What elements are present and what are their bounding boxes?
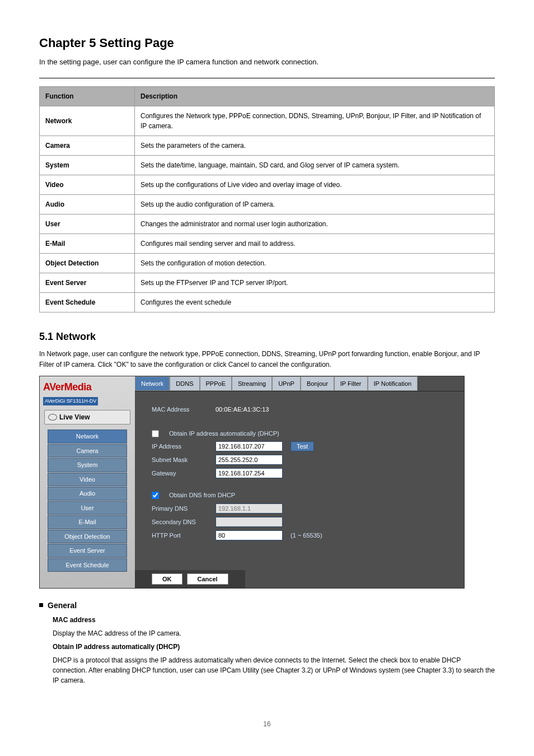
secondary-dns-label: Secondary DNS [152, 517, 208, 527]
mac-sub-desc: Display the MAC address of the IP camera… [53, 628, 495, 638]
live-view-button[interactable]: Live View [44, 410, 130, 424]
dhcp-checkbox[interactable] [152, 430, 159, 437]
table-row: VideoSets up the configurations of Live … [40, 175, 495, 194]
bullet-icon [39, 603, 43, 607]
fn-cell: Network [40, 106, 135, 136]
primary-dns-label: Primary DNS [152, 504, 208, 514]
ss-sidebar: AVerMedia AVerDiGi SF1311H-DV Live View … [40, 376, 135, 588]
brand-model: AVerDiGi SF1311H-DV [43, 397, 98, 406]
sidebar-item-email[interactable]: E-Mail [48, 515, 127, 529]
sidebar-item-user[interactable]: User [48, 501, 127, 515]
mac-address-value: 00:0E:AE:A1:3C:13 [216, 405, 269, 414]
subnet-mask-input[interactable] [216, 455, 283, 465]
desc-cell: Configures the event schedule [135, 292, 495, 312]
function-table: Function Description NetworkConfigures t… [39, 86, 495, 312]
http-port-range: (1 ~ 65535) [291, 531, 322, 540]
section-network-intro: In Network page, user can configure the … [39, 349, 495, 370]
http-port-label: HTTP Port [152, 531, 208, 540]
desc-cell: Sets the date/time, language, maintain, … [135, 155, 495, 175]
desc-cell: Sets the configuration of motion detecti… [135, 253, 495, 273]
http-port-input[interactable] [216, 530, 283, 540]
table-row: Event ScheduleConfigures the event sched… [40, 292, 495, 312]
section-network-heading: 5.1 Network [39, 329, 495, 344]
tab-ip-filter[interactable]: IP Filter [334, 376, 368, 391]
sidebar-item-object-detection[interactable]: Object Detection [48, 530, 127, 544]
test-button[interactable]: Test [291, 441, 314, 451]
dhcp-checkbox-label: Obtain IP address automatically (DHCP) [169, 429, 279, 438]
gateway-label: Gateway [152, 469, 208, 478]
desc-cell: Sets up the audio configuration of IP ca… [135, 194, 495, 214]
fn-cell: Event Server [40, 273, 135, 292]
fn-cell: Object Detection [40, 253, 135, 273]
tab-streaming[interactable]: Streaming [232, 376, 272, 391]
table-row: UserChanges the administrator and normal… [40, 214, 495, 234]
fn-cell: Camera [40, 136, 135, 155]
page-number: 16 [39, 719, 495, 729]
table-row: AudioSets up the audio configuration of … [40, 194, 495, 214]
sidebar-item-system[interactable]: System [48, 458, 127, 472]
tab-bonjour[interactable]: Bonjour [301, 376, 334, 391]
table-row: Object DetectionSets the configuration o… [40, 253, 495, 273]
sidebar-item-event-schedule[interactable]: Event Schedule [48, 558, 127, 572]
mac-address-label: MAC Address [152, 405, 208, 414]
table-head-function: Function [40, 86, 135, 106]
fn-cell: User [40, 214, 135, 234]
subnet-mask-label: Subnet Mask [152, 455, 208, 465]
secondary-dns-input [216, 517, 283, 527]
fn-cell: System [40, 155, 135, 175]
chapter-subtitle: In the setting page, user can configure … [39, 57, 495, 68]
tab-ip-notification[interactable]: IP Notification [368, 376, 418, 391]
brand-logo: AVerMedia [43, 380, 132, 395]
ip-address-label: IP Address [152, 442, 208, 451]
dhcp-sub-desc: DHCP is a protocol that assigns the IP a… [53, 655, 495, 685]
table-row: CameraSets the parameters of the camera. [40, 136, 495, 155]
fn-cell: Audio [40, 194, 135, 214]
desc-cell: Configures the Network type, PPPoE conne… [135, 106, 495, 136]
network-screenshot: AVerMedia AVerDiGi SF1311H-DV Live View … [39, 376, 465, 589]
live-view-label: Live View [59, 412, 90, 422]
desc-cell: Sets the parameters of the camera. [135, 136, 495, 155]
table-row: NetworkConfigures the Network type, PPPo… [40, 106, 495, 136]
tab-ddns[interactable]: DDNS [170, 376, 199, 391]
table-row: Event ServerSets up the FTPserver IP and… [40, 273, 495, 292]
fn-cell: E-Mail [40, 234, 135, 253]
cancel-button[interactable]: Cancel [187, 573, 228, 585]
divider [39, 78, 495, 78]
table-row: SystemSets the date/time, language, main… [40, 155, 495, 175]
tab-pppoe[interactable]: PPPoE [200, 376, 232, 391]
desc-cell: Sets up the configurations of Live video… [135, 175, 495, 194]
tab-upnp[interactable]: UPnP [272, 376, 301, 391]
dhcp-sub-title: Obtain IP address automatically (DHCP) [53, 643, 180, 651]
primary-dns-input [216, 503, 283, 514]
desc-cell: Configures mail sending server and mail … [135, 234, 495, 253]
sidebar-item-video[interactable]: Video [48, 473, 127, 487]
sidebar-item-audio[interactable]: Audio [48, 487, 127, 501]
desc-cell: Changes the administrator and normal use… [135, 214, 495, 234]
sidebar-item-event-server[interactable]: Event Server [48, 544, 127, 558]
mac-sub-title: MAC address [53, 616, 96, 624]
tab-network[interactable]: Network [135, 376, 170, 391]
desc-cell: Sets up the FTPserver IP and TCP server … [135, 273, 495, 292]
tab-bar: Network DDNS PPPoE Streaming UPnP Bonjou… [135, 376, 464, 392]
chapter-title: Chapter 5 Setting Page [39, 34, 495, 52]
sidebar-item-camera[interactable]: Camera [48, 444, 127, 458]
table-row: E-MailConfigures mail sending server and… [40, 234, 495, 253]
ok-button[interactable]: OK [152, 573, 182, 585]
fn-cell: Event Schedule [40, 292, 135, 312]
table-head-description: Description [135, 86, 495, 106]
ip-address-input[interactable] [216, 441, 283, 451]
gateway-input[interactable] [216, 468, 283, 478]
fn-cell: Video [40, 175, 135, 194]
ss-main: Network DDNS PPPoE Streaming UPnP Bonjou… [135, 376, 464, 588]
sidebar-item-network[interactable]: Network [48, 430, 127, 444]
dns-dhcp-checkbox[interactable] [152, 492, 159, 499]
general-heading: General [48, 600, 77, 612]
dns-dhcp-label: Obtain DNS from DHCP [169, 491, 235, 500]
